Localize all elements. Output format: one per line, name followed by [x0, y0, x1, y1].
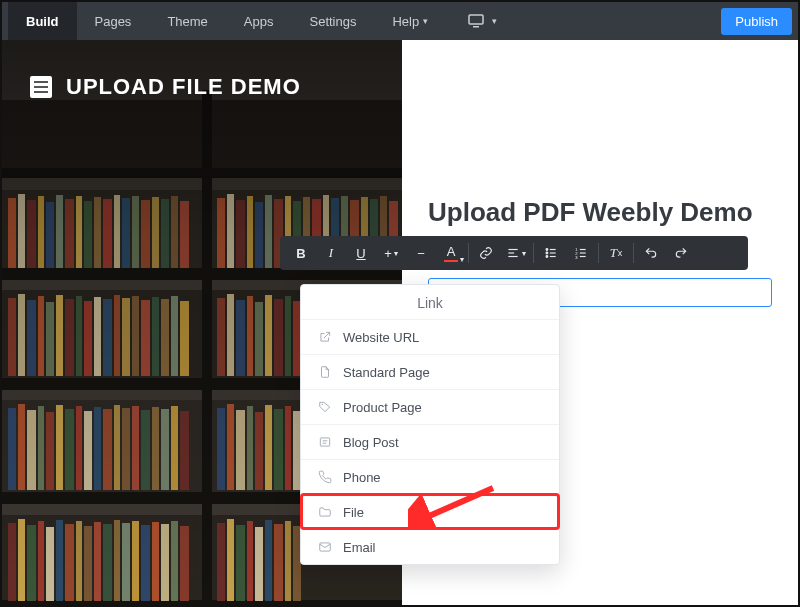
link-option-file[interactable]: File [301, 494, 559, 529]
redo-button[interactable] [666, 238, 696, 268]
link-popup: Link Website URLStandard PageProduct Pag… [300, 284, 560, 565]
svg-point-142 [546, 256, 548, 258]
topbar: Build Pages Theme Apps Settings Help ▾ ▾… [2, 2, 798, 40]
hamburger-icon[interactable] [30, 76, 52, 98]
link-option-phone[interactable]: Phone [301, 459, 559, 494]
phone-icon [317, 469, 333, 485]
chevron-down-icon: ▾ [492, 16, 497, 26]
post-icon [317, 434, 333, 450]
link-option-label: Email [343, 540, 376, 555]
site-header: UPLOAD FILE DEMO [30, 74, 301, 100]
chevron-down-icon: ▾ [522, 249, 526, 258]
minus-button[interactable]: − [406, 238, 436, 268]
chevron-down-icon: ▾ [460, 255, 464, 264]
site-title: UPLOAD FILE DEMO [66, 74, 301, 100]
tab-apps[interactable]: Apps [226, 2, 292, 40]
svg-rect-156 [320, 543, 331, 551]
link-button[interactable] [471, 238, 501, 268]
svg-rect-153 [320, 438, 329, 446]
undo-button[interactable] [636, 238, 666, 268]
text-size-button[interactable]: +▾ [376, 238, 406, 268]
link-option-post[interactable]: Blog Post [301, 424, 559, 459]
svg-rect-0 [469, 15, 483, 24]
svg-point-152 [322, 404, 323, 405]
publish-button[interactable]: Publish [721, 8, 792, 35]
link-option-email[interactable]: Email [301, 529, 559, 564]
popup-title: Link [301, 285, 559, 319]
link-option-product[interactable]: Product Page [301, 389, 559, 424]
link-option-label: Website URL [343, 330, 419, 345]
chevron-down-icon: ▾ [423, 16, 428, 26]
rich-text-toolbar: B I U +▾ − A▾ ▾ 123 Tx [280, 236, 748, 270]
link-option-url[interactable]: Website URL [301, 319, 559, 354]
text-color-button[interactable]: A▾ [436, 238, 466, 268]
folder-icon [317, 504, 333, 520]
svg-point-140 [546, 249, 548, 251]
svg-text:3: 3 [575, 255, 578, 260]
page-icon [317, 364, 333, 380]
tab-help[interactable]: Help ▾ [374, 2, 446, 40]
align-button[interactable]: ▾ [501, 238, 531, 268]
link-option-label: File [343, 505, 364, 520]
chevron-down-icon: ▾ [394, 249, 398, 258]
tab-settings[interactable]: Settings [291, 2, 374, 40]
external-icon [317, 329, 333, 345]
bold-button[interactable]: B [286, 238, 316, 268]
link-option-label: Phone [343, 470, 381, 485]
device-preview[interactable]: ▾ [450, 2, 515, 40]
editor-window: Build Pages Theme Apps Settings Help ▾ ▾… [0, 0, 800, 607]
underline-button[interactable]: U [346, 238, 376, 268]
tab-build[interactable]: Build [8, 2, 77, 40]
mail-icon [317, 539, 333, 555]
tag-icon [317, 399, 333, 415]
svg-rect-1 [473, 26, 479, 28]
monitor-icon [468, 14, 484, 28]
link-option-page[interactable]: Standard Page [301, 354, 559, 389]
italic-button[interactable]: I [316, 238, 346, 268]
link-option-label: Blog Post [343, 435, 399, 450]
page-heading[interactable]: Upload PDF Weebly Demo [428, 198, 772, 228]
tab-pages[interactable]: Pages [77, 2, 150, 40]
tab-help-label: Help [392, 14, 419, 29]
numbered-list-button[interactable]: 123 [566, 238, 596, 268]
link-option-label: Product Page [343, 400, 422, 415]
svg-point-141 [546, 252, 548, 254]
link-option-label: Standard Page [343, 365, 430, 380]
bulleted-list-button[interactable] [536, 238, 566, 268]
clear-formatting-button[interactable]: Tx [601, 238, 631, 268]
tab-theme[interactable]: Theme [149, 2, 225, 40]
